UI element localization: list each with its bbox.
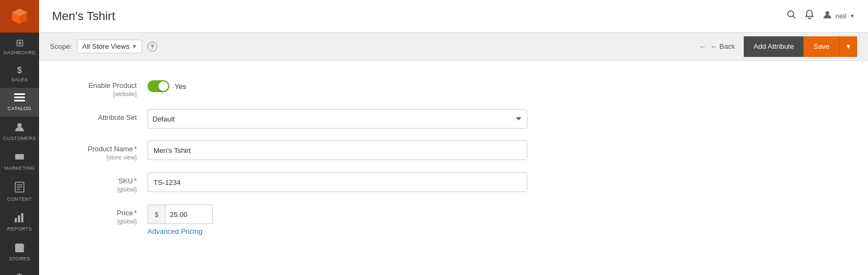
form-area: Enable Product [website] Yes Attribute S… [39,61,868,275]
price-sublabel: [global] [39,218,137,225]
toggle-knob [158,81,168,91]
attribute-set-select[interactable]: Default [148,109,527,129]
svg-point-15 [825,11,829,15]
sidebar-item-sales[interactable]: $ SALES [0,61,39,88]
svg-rect-8 [15,218,17,222]
username-label: neil [835,12,846,20]
attribute-set-control: Default [148,109,527,129]
svg-rect-2 [14,100,25,101]
sidebar-item-label: STORES [9,256,30,261]
sidebar-item-system[interactable]: ⚙ [0,267,39,275]
svg-rect-7 [17,189,20,190]
sidebar-item-label: SALES [11,77,28,82]
enable-product-toggle[interactable] [148,80,169,92]
price-label: Price* [39,209,137,217]
required-star: * [134,145,137,153]
scope-label: Scope: [50,42,72,50]
price-input-group: $ [148,204,213,224]
sku-sublabel: [global] [39,186,137,193]
sidebar-item-stores[interactable]: STORES [0,237,39,267]
back-arrow-icon: ← [699,42,706,50]
sidebar-logo [0,0,39,33]
sku-label: SKU* [39,177,137,185]
sidebar-item-catalog[interactable]: CATALOG [0,88,39,117]
product-name-label-group: Product Name* [store view] [39,140,148,161]
product-name-row: Product Name* [store view] [39,140,868,161]
dashboard-icon: ⊞ [16,38,24,48]
sidebar-item-label: CUSTOMERS [3,136,36,141]
attribute-set-label-group: Attribute Set [39,109,148,121]
product-name-control [148,140,527,160]
price-currency-symbol: $ [148,204,165,224]
enable-product-label: Enable Product [39,81,137,89]
price-row: Price* [global] $ Advanced Pricing [39,204,868,235]
sidebar-item-marketing[interactable]: MARKETING [0,146,39,176]
catalog-icon [14,93,25,104]
sku-input[interactable] [148,172,527,192]
product-name-label: Product Name* [39,145,137,153]
header-actions: neil ▼ [787,10,855,22]
price-input[interactable] [165,204,213,224]
toggle-text: Yes [175,82,186,91]
svg-rect-1 [14,97,25,98]
price-required-star: * [134,209,137,217]
scope-bar: Scope: All Store Views ▼ ? ← ← Back Add … [39,33,868,61]
svg-rect-6 [17,187,22,188]
scope-actions: ← ← Back Add Attribute Save ▼ [691,36,858,57]
sidebar-item-dashboard[interactable]: ⊞ DASHBOARD [0,33,39,61]
enable-product-sublabel: [website] [39,91,137,97]
help-icon[interactable]: ? [148,42,157,52]
sku-row: SKU* [global] [39,172,868,193]
marketing-icon [14,152,25,163]
save-dropdown-icon: ▼ [845,43,852,50]
svg-rect-10 [21,213,23,222]
svg-rect-12 [18,248,21,252]
back-button[interactable]: ← ← Back [691,38,744,55]
sidebar-item-reports[interactable]: REPORTS [0,207,39,237]
notification-icon[interactable] [805,10,814,22]
customers-icon [14,122,25,133]
toggle-wrap: Yes [148,77,527,92]
enable-product-control: Yes [148,77,527,92]
sidebar-item-label: MARKETING [4,165,35,171]
svg-rect-0 [14,93,25,95]
chevron-down-icon: ▼ [850,13,855,19]
scope-select[interactable]: All Store Views ▼ [77,40,142,53]
svg-rect-9 [18,215,20,222]
sales-icon: $ [17,66,22,75]
attribute-set-row: Attribute Set Default [39,109,868,129]
attribute-set-label: Attribute Set [39,113,137,121]
scope-value: All Store Views [82,42,129,50]
price-label-group: Price* [global] [39,204,148,225]
advanced-pricing-link[interactable]: Advanced Pricing [148,227,527,235]
product-name-input[interactable] [148,140,527,160]
search-icon[interactable] [787,10,796,22]
price-control: $ Advanced Pricing [148,204,527,235]
gear-icon: ⚙ [15,272,24,275]
sidebar: ⊞ DASHBOARD $ SALES CATALOG CUSTOMERS [0,0,39,275]
sidebar-item-customers[interactable]: CUSTOMERS [0,117,39,146]
scope-select-arrow-icon: ▼ [132,43,137,49]
attribute-set-select-wrap: Default [148,109,527,129]
top-header: Men's Tshirt [39,0,868,33]
sku-control [148,172,527,192]
sidebar-item-label: DASHBOARD [3,50,36,55]
add-attribute-button[interactable]: Add Attribute [744,36,803,57]
svg-point-3 [17,123,22,127]
enable-product-row: Enable Product [website] Yes [39,77,868,97]
product-name-sublabel: [store view] [39,154,137,161]
main-content: Men's Tshirt [39,0,868,275]
reports-icon [14,213,25,224]
content-icon [15,182,24,194]
save-button[interactable]: Save [803,36,839,57]
user-icon [822,10,832,22]
stores-icon [14,242,25,254]
sidebar-item-label: CONTENT [7,196,32,202]
user-menu[interactable]: neil ▼ [822,10,855,22]
save-dropdown-button[interactable]: ▼ [839,36,857,57]
svg-point-13 [788,11,794,17]
svg-rect-5 [17,184,22,186]
sku-label-group: SKU* [global] [39,172,148,193]
sidebar-item-content[interactable]: CONTENT [0,176,39,207]
enable-product-label-group: Enable Product [website] [39,77,148,97]
